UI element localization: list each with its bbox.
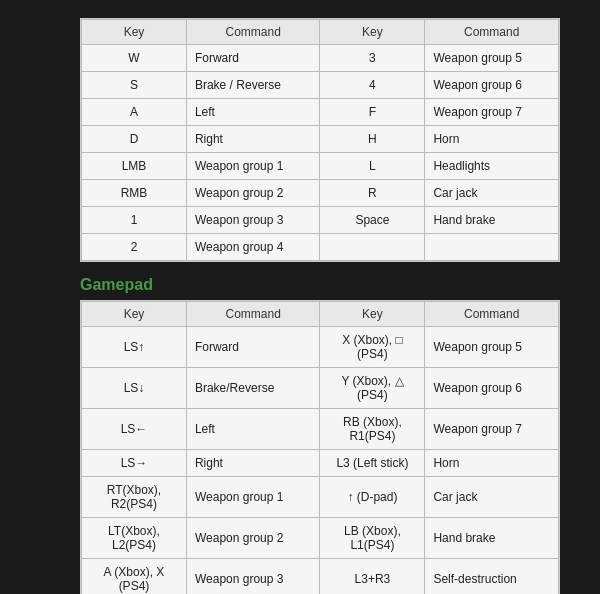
kb-key1-6: 1 bbox=[82, 207, 187, 234]
keyboard-row: RMB Weapon group 2 R Car jack bbox=[82, 180, 559, 207]
gamepad-row: LS→ Right L3 (Left stick) Horn bbox=[82, 450, 559, 477]
kb-key1-0: W bbox=[82, 45, 187, 72]
kb-cmd2-6: Hand brake bbox=[425, 207, 559, 234]
gamepad-table: Key Command Key Command LS↑ Forward X (X… bbox=[80, 300, 560, 594]
keyboard-row: S Brake / Reverse 4 Weapon group 6 bbox=[82, 72, 559, 99]
keyboard-header-key2: Key bbox=[320, 20, 425, 45]
kb-key2-2: F bbox=[320, 99, 425, 126]
gp-key1-0: LS↑ bbox=[82, 327, 187, 368]
gamepad-header-key1: Key bbox=[82, 302, 187, 327]
kb-cmd1-6: Weapon group 3 bbox=[186, 207, 320, 234]
kb-key2-7 bbox=[320, 234, 425, 261]
keyboard-row: 1 Weapon group 3 Space Hand brake bbox=[82, 207, 559, 234]
kb-cmd1-1: Brake / Reverse bbox=[186, 72, 320, 99]
keyboard-header-key1: Key bbox=[82, 20, 187, 45]
gp-cmd2-6: Self-destruction bbox=[425, 559, 559, 595]
gamepad-header-cmd1: Command bbox=[186, 302, 320, 327]
gamepad-header-key2: Key bbox=[320, 302, 425, 327]
kb-key2-1: 4 bbox=[320, 72, 425, 99]
gamepad-row: LT(Xbox), L2(PS4) Weapon group 2 LB (Xbo… bbox=[82, 518, 559, 559]
gamepad-section-title: Gamepad bbox=[80, 276, 580, 294]
keyboard-row: A Left F Weapon group 7 bbox=[82, 99, 559, 126]
keyboard-row: LMB Weapon group 1 L Headlights bbox=[82, 153, 559, 180]
keyboard-row: 2 Weapon group 4 bbox=[82, 234, 559, 261]
gamepad-row: A (Xbox), X (PS4) Weapon group 3 L3+R3 S… bbox=[82, 559, 559, 595]
kb-cmd2-4: Headlights bbox=[425, 153, 559, 180]
keyboard-table: Key Command Key Command W Forward 3 Weap… bbox=[80, 18, 560, 262]
gp-cmd2-5: Hand brake bbox=[425, 518, 559, 559]
gamepad-row: RT(Xbox), R2(PS4) Weapon group 1 ↑ (D-pa… bbox=[82, 477, 559, 518]
kb-key1-5: RMB bbox=[82, 180, 187, 207]
gp-key1-2: LS← bbox=[82, 409, 187, 450]
gp-key2-1: Y (Xbox), △ (PS4) bbox=[320, 368, 425, 409]
gp-cmd2-4: Car jack bbox=[425, 477, 559, 518]
kb-cmd2-7 bbox=[425, 234, 559, 261]
keyboard-header-cmd1: Command bbox=[186, 20, 320, 45]
gp-key2-0: X (Xbox), □ (PS4) bbox=[320, 327, 425, 368]
gamepad-row: LS↑ Forward X (Xbox), □ (PS4) Weapon gro… bbox=[82, 327, 559, 368]
kb-key1-1: S bbox=[82, 72, 187, 99]
gp-cmd1-3: Right bbox=[186, 450, 320, 477]
gp-key1-1: LS↓ bbox=[82, 368, 187, 409]
gp-cmd1-6: Weapon group 3 bbox=[186, 559, 320, 595]
gp-key1-6: A (Xbox), X (PS4) bbox=[82, 559, 187, 595]
keyboard-row: D Right H Horn bbox=[82, 126, 559, 153]
gp-cmd1-2: Left bbox=[186, 409, 320, 450]
gp-key1-5: LT(Xbox), L2(PS4) bbox=[82, 518, 187, 559]
kb-cmd2-0: Weapon group 5 bbox=[425, 45, 559, 72]
kb-cmd1-3: Right bbox=[186, 126, 320, 153]
kb-cmd1-5: Weapon group 2 bbox=[186, 180, 320, 207]
kb-key2-6: Space bbox=[320, 207, 425, 234]
gp-key1-3: LS→ bbox=[82, 450, 187, 477]
kb-key2-5: R bbox=[320, 180, 425, 207]
gp-key2-6: L3+R3 bbox=[320, 559, 425, 595]
kb-cmd2-3: Horn bbox=[425, 126, 559, 153]
gp-cmd2-0: Weapon group 5 bbox=[425, 327, 559, 368]
kb-cmd1-4: Weapon group 1 bbox=[186, 153, 320, 180]
kb-cmd1-2: Left bbox=[186, 99, 320, 126]
kb-key1-4: LMB bbox=[82, 153, 187, 180]
kb-key2-4: L bbox=[320, 153, 425, 180]
kb-key1-2: A bbox=[82, 99, 187, 126]
kb-cmd2-2: Weapon group 7 bbox=[425, 99, 559, 126]
kb-key2-3: H bbox=[320, 126, 425, 153]
gamepad-header-cmd2: Command bbox=[425, 302, 559, 327]
gamepad-row: LS↓ Brake/Reverse Y (Xbox), △ (PS4) Weap… bbox=[82, 368, 559, 409]
gp-cmd2-3: Horn bbox=[425, 450, 559, 477]
kb-key1-3: D bbox=[82, 126, 187, 153]
gp-cmd2-1: Weapon group 6 bbox=[425, 368, 559, 409]
kb-cmd1-7: Weapon group 4 bbox=[186, 234, 320, 261]
kb-key1-7: 2 bbox=[82, 234, 187, 261]
gp-cmd1-4: Weapon group 1 bbox=[186, 477, 320, 518]
kb-cmd1-0: Forward bbox=[186, 45, 320, 72]
gamepad-row: LS← Left RB (Xbox), R1(PS4) Weapon group… bbox=[82, 409, 559, 450]
gp-cmd1-1: Brake/Reverse bbox=[186, 368, 320, 409]
kb-cmd2-5: Car jack bbox=[425, 180, 559, 207]
gp-key2-3: L3 (Left stick) bbox=[320, 450, 425, 477]
kb-key2-0: 3 bbox=[320, 45, 425, 72]
keyboard-row: W Forward 3 Weapon group 5 bbox=[82, 45, 559, 72]
gp-key2-4: ↑ (D-pad) bbox=[320, 477, 425, 518]
gp-key1-4: RT(Xbox), R2(PS4) bbox=[82, 477, 187, 518]
gp-key2-5: LB (Xbox), L1(PS4) bbox=[320, 518, 425, 559]
gp-cmd2-2: Weapon group 7 bbox=[425, 409, 559, 450]
kb-cmd2-1: Weapon group 6 bbox=[425, 72, 559, 99]
gp-key2-2: RB (Xbox), R1(PS4) bbox=[320, 409, 425, 450]
gp-cmd1-0: Forward bbox=[186, 327, 320, 368]
keyboard-header-cmd2: Command bbox=[425, 20, 559, 45]
gp-cmd1-5: Weapon group 2 bbox=[186, 518, 320, 559]
